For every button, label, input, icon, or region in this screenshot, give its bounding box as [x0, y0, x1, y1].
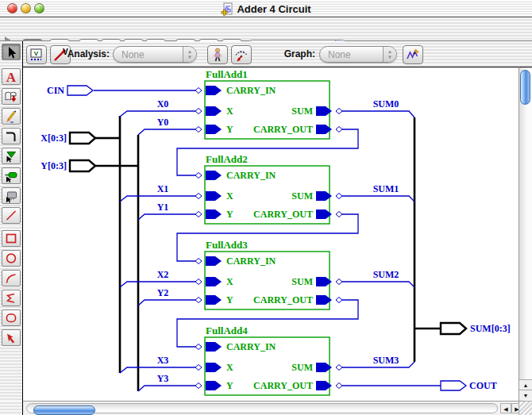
wire-sum2	[342, 282, 414, 287]
text-tool-button[interactable]: A	[2, 68, 21, 85]
window-title: Adder 4 Circuit	[237, 3, 310, 15]
analysis-value: None	[114, 49, 183, 60]
graph-popup[interactable]: None ▲ ▼	[319, 46, 397, 63]
red-arrow-icon	[3, 330, 19, 345]
bottom-left-filler	[0, 401, 23, 415]
up-arrow-glyph: ▲	[187, 49, 192, 54]
svg-text:Y0: Y0	[157, 117, 169, 128]
svg-text:Y: Y	[226, 294, 233, 305]
svg-text:Y: Y	[226, 380, 233, 391]
analysis-popup[interactable]: None ▲ ▼	[113, 46, 197, 63]
wire-carry3	[177, 300, 358, 347]
svg-text:CARRY_OUT: CARRY_OUT	[253, 124, 313, 135]
vertical-scrollbar[interactable]: ▲ ▼	[519, 67, 532, 401]
logic-display-icon: V	[29, 47, 44, 63]
horizontal-scrollbar[interactable]: ◀ ▶	[23, 401, 532, 415]
scroll-left-button[interactable]: ◀	[500, 403, 511, 413]
bent-wire-icon	[3, 129, 19, 144]
svg-text:Y1: Y1	[157, 202, 169, 213]
wire-y2	[138, 300, 195, 305]
application-window: Adder 4 Circuit	[0, 0, 532, 415]
device-fulladd1[interactable]: FullAdd1 CARRY_IN X Y SUM CARRY_OUT	[205, 68, 332, 139]
svg-text:X0: X0	[157, 98, 169, 110]
scroll-down-button[interactable]: ▼	[519, 390, 532, 400]
svg-text:SUM[0:3]: SUM[0:3]	[470, 323, 511, 334]
x-input-bus[interactable]: X[0:3]	[40, 116, 120, 373]
svg-text:Y2: Y2	[157, 287, 169, 298]
svg-text:FullAdd1: FullAdd1	[206, 68, 248, 80]
svg-text:CIN: CIN	[47, 85, 64, 96]
document-icon	[221, 2, 233, 16]
part-browser-tool-button[interactable]	[2, 88, 21, 105]
single-step-button[interactable]	[207, 45, 228, 64]
pointer-tool-button[interactable]	[2, 44, 21, 60]
svg-text:Y: Y	[226, 124, 233, 135]
graph-value: None	[320, 49, 383, 60]
title-group: Adder 4 Circuit	[0, 0, 532, 17]
wire-carry2	[177, 214, 358, 261]
title-bar[interactable]: Adder 4 Circuit	[0, 0, 532, 17]
graph-label: Graph:	[278, 46, 315, 63]
annotate-arc-tool-button[interactable]	[2, 270, 21, 286]
signal-probe-tool-button[interactable]	[2, 148, 21, 164]
wire-x1	[120, 196, 195, 202]
svg-text:X2: X2	[157, 269, 169, 280]
down-arrow-glyph: ▼	[187, 55, 192, 60]
annotate-rect-tool-button[interactable]	[2, 230, 21, 247]
schematic-svg[interactable]: X[0:3] Y[0:3] SUM[0:3]	[23, 67, 519, 402]
svg-text:A: A	[6, 70, 17, 85]
annotate-circle-tool-button[interactable]	[2, 250, 21, 267]
popup-stepper: ▲ ▼	[183, 47, 196, 62]
svg-text:CARRY_IN: CARRY_IN	[226, 170, 276, 181]
annotate-line-tool-button[interactable]	[2, 207, 21, 224]
main-toolbar: ↔ ↕ 4 Bit Adder 1 ▲ ▼	[0, 17, 532, 41]
wire-sum0	[342, 111, 414, 117]
svg-text:X[0:3]: X[0:3]	[40, 133, 67, 144]
waveform-editor-button[interactable]	[403, 45, 423, 64]
signal-draw-tool-button[interactable]	[2, 108, 21, 125]
svg-text:SUM: SUM	[291, 276, 313, 287]
svg-text:Y: Y	[226, 209, 233, 220]
red-polygon-icon	[3, 290, 19, 305]
svg-text:X1: X1	[157, 183, 169, 194]
down-arrow-glyph: ▼	[387, 55, 392, 60]
svg-text:X: X	[226, 362, 233, 373]
annotate-polygon-tool-button[interactable]	[2, 290, 21, 306]
green-triangle-probe-icon	[3, 148, 19, 163]
green-flag-probe-icon	[3, 168, 19, 183]
connector-cin[interactable]: CIN	[47, 85, 93, 96]
probe-display-button[interactable]: V	[26, 45, 47, 64]
y-input-bus[interactable]: Y[0:3]	[40, 135, 138, 391]
device-fulladd4[interactable]: FullAdd4 CARRY_IN X Y SUM CARRY_OUT	[205, 325, 332, 395]
name-probe-tool-button[interactable]	[2, 167, 21, 184]
connector-cout[interactable]: COUT	[441, 380, 497, 391]
parts-book-icon	[3, 89, 19, 104]
wire-name-labels[interactable]: X0 Y0 X1 Y1 X2 Y2 X3 Y3 SUM0 SUM1 SUM2 S…	[157, 98, 399, 384]
svg-text:X: X	[226, 190, 233, 202]
svg-text:CARRY_OUT: CARRY_OUT	[253, 294, 313, 305]
wire-x0	[120, 111, 195, 117]
horizontal-scroll-thumb[interactable]	[33, 405, 95, 415]
device-fulladd2[interactable]: FullAdd2 CARRY_IN X Y SUM CARRY_OUT	[205, 153, 332, 224]
vertical-scroll-thumb[interactable]	[520, 70, 530, 105]
red-circle-icon	[3, 251, 19, 266]
signal-injector-button[interactable]	[231, 45, 252, 64]
horizontal-scroll-track[interactable]	[26, 403, 498, 413]
wire-corner-tool-button[interactable]	[2, 128, 21, 144]
device-tool-button[interactable]	[2, 187, 21, 204]
device-fulladd3[interactable]: FullAdd3 CARRY_IN X Y SUM CARRY_OUT	[205, 239, 332, 309]
svg-text:X3: X3	[157, 355, 169, 366]
svg-text:SUM: SUM	[291, 362, 313, 373]
wire-x2	[120, 282, 195, 287]
ic-chip-icon	[3, 188, 19, 203]
tool-palette: A	[0, 41, 23, 415]
red-rectangle-icon	[3, 231, 19, 246]
scroll-up-button[interactable]: ▲	[519, 379, 532, 390]
schematic-canvas[interactable]: X[0:3] Y[0:3] SUM[0:3]	[23, 67, 519, 401]
annotate-arrow-tool-button[interactable]	[2, 329, 21, 346]
sum-output-bus[interactable]: SUM[0:3]	[414, 117, 511, 362]
window-resize-grip[interactable]	[519, 401, 532, 415]
annotate-roundrect-tool-button[interactable]	[2, 309, 21, 326]
svg-text:X: X	[226, 106, 233, 117]
red-arc-icon	[3, 271, 19, 286]
